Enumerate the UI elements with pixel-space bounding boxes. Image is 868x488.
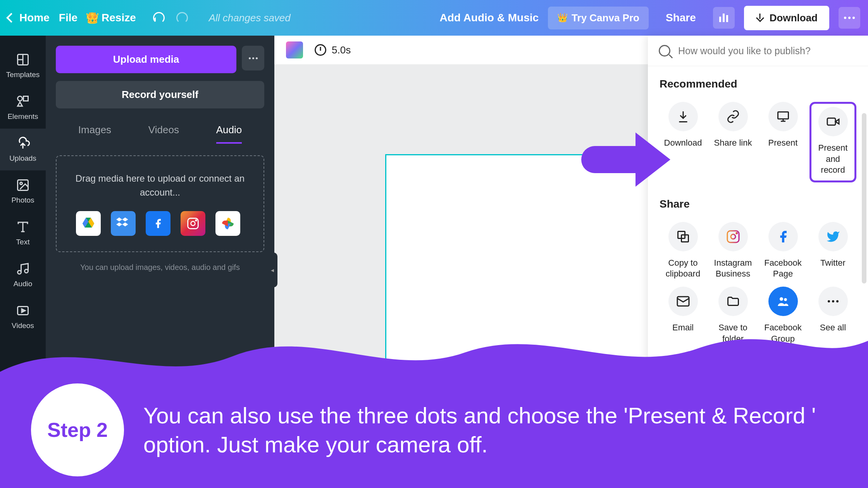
dropzone-text: Drag media here to upload or connect an … [68, 172, 252, 199]
download-icon [756, 14, 764, 22]
upload-dropzone[interactable]: Drag media here to upload or connect an … [56, 155, 264, 252]
tutorial-arrow [581, 146, 651, 173]
record-yourself-button[interactable]: Record yourself [56, 81, 264, 108]
opt-label: Present [768, 137, 798, 149]
google-drive-icon[interactable] [76, 211, 101, 236]
step-badge: Step 2 [31, 383, 124, 476]
more-button[interactable] [839, 7, 860, 29]
duration-control[interactable]: 5.0s [315, 44, 351, 56]
svg-point-6 [20, 182, 22, 185]
svg-rect-13 [827, 118, 835, 125]
try-pro-button[interactable]: 👑 Try Canva Pro [548, 7, 649, 29]
step-text: You can also use the three dots and choo… [143, 401, 837, 459]
uploads-icon [16, 136, 30, 150]
rail-uploads[interactable]: Uploads [0, 129, 46, 170]
color-picker[interactable] [286, 41, 303, 58]
home-button[interactable]: Home [8, 12, 50, 24]
upload-more-button[interactable] [242, 46, 264, 70]
videos-icon [16, 304, 30, 318]
svg-rect-4 [24, 96, 28, 101]
undo-icon[interactable] [153, 12, 165, 24]
opt-sharelink[interactable]: Share link [710, 102, 756, 182]
google-photos-icon[interactable] [215, 211, 240, 236]
upload-hint: You can upload images, videos, audio and… [56, 263, 264, 272]
svg-rect-12 [778, 112, 788, 119]
rail-elements[interactable]: Elements [0, 87, 46, 129]
resize-button[interactable]: 👑 Resize [87, 12, 136, 24]
search-input[interactable] [678, 45, 857, 57]
opt-present-record[interactable]: Present and record [809, 102, 856, 182]
rail-templates[interactable]: Templates [0, 45, 46, 87]
svg-point-21 [784, 298, 787, 301]
download-label: Download [770, 12, 818, 24]
crown-icon: 👑 [87, 12, 98, 23]
rail-label: Audio [14, 280, 33, 288]
crown-icon: 👑 [557, 13, 568, 23]
svg-point-11 [196, 220, 197, 221]
opt-label: Instagram Business [710, 258, 756, 280]
opt-copy[interactable]: Copy to clipboard [660, 222, 706, 280]
svg-marker-8 [22, 309, 25, 313]
insights-button[interactable] [713, 7, 735, 29]
section-share: Share [660, 198, 856, 210]
opt-fbpage[interactable]: Facebook Page [760, 222, 806, 280]
home-label: Home [19, 12, 50, 24]
tutorial-content: Step 2 You can also use the three dots a… [0, 372, 868, 488]
scrollbar[interactable] [862, 113, 866, 284]
rail-photos[interactable]: Photos [0, 170, 46, 212]
opt-label: Facebook Page [760, 258, 806, 280]
tab-audio[interactable]: Audio [216, 124, 242, 144]
dropbox-icon[interactable] [111, 211, 136, 236]
svg-point-18 [736, 232, 737, 234]
opt-label: Share link [714, 137, 752, 149]
redo-icon[interactable] [176, 12, 188, 24]
svg-point-3 [18, 96, 22, 101]
share-button[interactable]: Share [658, 12, 704, 24]
rail-audio[interactable]: Audio [0, 254, 46, 296]
section-recommended: Recommended [660, 78, 856, 90]
opt-present[interactable]: Present [760, 102, 806, 182]
svg-point-20 [780, 297, 783, 301]
templates-icon [16, 53, 30, 67]
duration-value: 5.0s [332, 44, 351, 56]
rail-label: Elements [7, 112, 38, 121]
undo-redo-group [153, 12, 188, 24]
elements-icon [16, 95, 30, 108]
bar-chart-icon [719, 14, 728, 22]
top-toolbar: Home File 👑 Resize All changes saved Add… [0, 0, 868, 36]
collapse-handle[interactable]: ◂ [267, 253, 277, 287]
rail-label: Photos [11, 196, 34, 204]
facebook-icon[interactable] [146, 211, 170, 236]
add-audio-button[interactable]: Add Audio & Music [439, 12, 539, 24]
tab-videos[interactable]: Videos [148, 124, 179, 144]
opt-label: Twitter [820, 258, 846, 269]
rail-label: Uploads [9, 154, 36, 163]
rail-label: Templates [6, 70, 40, 79]
tab-images[interactable]: Images [78, 124, 111, 144]
audio-icon [16, 262, 30, 276]
save-status: All changes saved [209, 12, 291, 24]
try-pro-label: Try Canva Pro [572, 12, 639, 24]
resize-label: Resize [102, 12, 136, 24]
publish-search[interactable] [648, 36, 868, 66]
svg-point-10 [191, 222, 195, 226]
text-icon [16, 220, 30, 234]
svg-point-17 [731, 234, 735, 239]
chevron-left-icon [6, 13, 16, 22]
download-button[interactable]: Download [744, 6, 829, 30]
opt-label: Copy to clipboard [660, 258, 706, 280]
media-tabs: Images Videos Audio [56, 116, 264, 144]
opt-instagram[interactable]: Instagram Business [710, 222, 756, 280]
photos-icon [16, 178, 30, 192]
opt-label: Present and record [813, 143, 853, 176]
rail-text[interactable]: Text [0, 212, 46, 254]
rail-label: Text [16, 238, 30, 246]
instagram-icon[interactable] [181, 211, 205, 236]
opt-twitter[interactable]: Twitter [809, 222, 856, 280]
search-icon [659, 45, 670, 57]
upload-media-button[interactable]: Upload media [56, 46, 236, 73]
timer-icon [315, 44, 326, 56]
file-menu[interactable]: File [59, 12, 78, 24]
